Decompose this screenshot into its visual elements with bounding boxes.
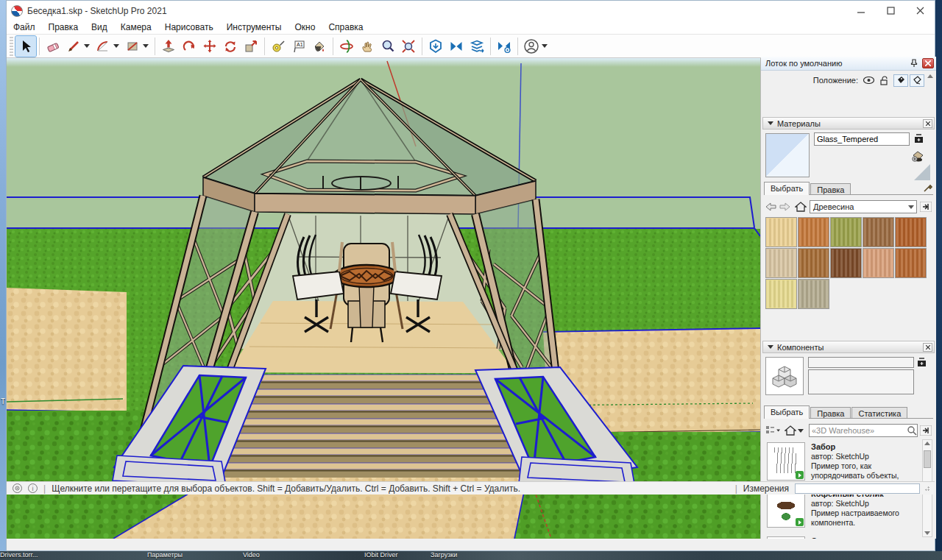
visible-toggle[interactable]: [861, 74, 876, 87]
select-tool-button[interactable]: [15, 36, 36, 57]
lock-toggle[interactable]: [877, 74, 892, 87]
component-list-item[interactable]: Окно: [765, 535, 920, 539]
details-arrow-icon[interactable]: [920, 425, 932, 436]
material-swatch[interactable]: [798, 248, 829, 278]
pan-tool-button[interactable]: [357, 36, 378, 57]
home-dropdown[interactable]: [798, 429, 804, 433]
resize-grip[interactable]: [924, 486, 930, 492]
rotate-tool-button[interactable]: [220, 36, 241, 57]
zoom-extents-tool-button[interactable]: [398, 36, 419, 57]
components-close-button[interactable]: [923, 343, 932, 352]
home-icon[interactable]: [785, 425, 796, 436]
eraser-tool-button[interactable]: [43, 36, 63, 57]
materials-header[interactable]: Материалы: [762, 117, 935, 130]
materials-close-button[interactable]: [923, 119, 932, 128]
desktop-icon-label[interactable]: Video: [243, 551, 260, 559]
viewport-3d-scene[interactable]: [7, 58, 760, 539]
component-thumbnail[interactable]: [767, 489, 805, 528]
titlebar[interactable]: Беседка1.skp - SketchUp Pro 2021: [7, 1, 935, 21]
tab-statistics[interactable]: Статистика: [851, 407, 907, 418]
tag-toggle-2[interactable]: [910, 74, 924, 87]
pin-icon[interactable]: [910, 59, 918, 68]
search-icon[interactable]: [907, 425, 917, 436]
material-preview[interactable]: [765, 133, 810, 177]
component-thumbnail[interactable]: [767, 442, 805, 481]
offset-tool-button[interactable]: [179, 36, 199, 57]
arc-tool-button[interactable]: [93, 36, 113, 57]
zoom-tool-button[interactable]: [378, 36, 398, 57]
tag-toggle-1[interactable]: [893, 74, 908, 87]
desktop-icon-label[interactable]: Загрузки: [431, 551, 457, 559]
geolocation-icon[interactable]: [13, 483, 22, 493]
toolbar-grip[interactable]: [10, 37, 13, 56]
material-swatch[interactable]: [863, 248, 894, 278]
scroll-down-arrow[interactable]: [924, 531, 930, 535]
menu-item[interactable]: Правка: [42, 21, 85, 34]
orbit-tool-button[interactable]: [336, 36, 357, 57]
maximize-button[interactable]: [876, 1, 905, 21]
shape-tool-button[interactable]: [122, 36, 143, 57]
component-search-box[interactable]: [809, 424, 918, 437]
material-swatch[interactable]: [895, 217, 927, 247]
menu-item[interactable]: Файл: [7, 21, 42, 34]
text-tool-button[interactable]: A1: [288, 36, 309, 57]
secondary-pane-icon[interactable]: [914, 133, 924, 143]
close-button[interactable]: [905, 1, 935, 21]
back-arrow-icon[interactable]: [765, 202, 776, 211]
material-swatch[interactable]: [830, 217, 862, 247]
sign-in-dropdown[interactable]: [542, 44, 548, 48]
tab-edit[interactable]: Правка: [810, 407, 851, 418]
tray-header[interactable]: Лоток по умолчанию: [761, 57, 936, 71]
component-search-input[interactable]: [810, 426, 907, 435]
line-tool-button[interactable]: [63, 36, 84, 57]
desktop-icon-label[interactable]: Параметры: [147, 551, 183, 559]
material-name-input[interactable]: [814, 132, 910, 146]
view-options-icon[interactable]: [765, 425, 782, 436]
share-model-button[interactable]: [467, 36, 487, 57]
tab-edit[interactable]: Правка: [810, 183, 851, 194]
secondary-pane-icon[interactable]: [917, 357, 927, 367]
menu-item[interactable]: Инструменты: [220, 21, 288, 34]
scrollbar-thumb[interactable]: [924, 450, 931, 468]
tab-select[interactable]: Выбрать: [764, 182, 810, 195]
tray-scroll-up[interactable]: [927, 74, 935, 82]
material-category-dropdown[interactable]: Древесина: [810, 200, 917, 213]
menu-item[interactable]: Нарисовать: [158, 21, 220, 34]
arc-tool-dropdown[interactable]: [113, 44, 119, 48]
component-thumbnail[interactable]: [767, 536, 805, 539]
extension-manager-button[interactable]: [494, 36, 514, 57]
line-tool-dropdown[interactable]: [84, 44, 90, 48]
component-list-item[interactable]: Забор автор: SketchUp Пример того, как у…: [765, 441, 920, 486]
desktop-icon-label[interactable]: Drivers.torr...: [0, 551, 38, 559]
menu-item[interactable]: Вид: [85, 21, 114, 34]
shape-tool-dropdown[interactable]: [143, 44, 149, 48]
home-icon[interactable]: [795, 202, 807, 212]
material-swatch[interactable]: [765, 279, 797, 309]
sign-in-button[interactable]: [521, 36, 542, 57]
create-material-icon[interactable]: [911, 149, 926, 163]
material-swatch[interactable]: [863, 217, 894, 247]
material-swatch[interactable]: [765, 248, 797, 278]
material-swatch[interactable]: [895, 248, 927, 278]
material-swatch[interactable]: [830, 248, 862, 278]
push-pull-tool-button[interactable]: [158, 36, 179, 57]
tray-close-button[interactable]: [922, 58, 934, 68]
menu-item[interactable]: Справка: [322, 21, 369, 34]
sample-paint-swatch[interactable]: [914, 164, 930, 180]
component-name-field[interactable]: [808, 357, 914, 368]
scroll-up-arrow[interactable]: [924, 442, 930, 445]
component-description-field[interactable]: [808, 369, 914, 394]
eyedropper-icon[interactable]: [923, 182, 933, 193]
sand-path-left[interactable]: [7, 288, 127, 412]
component-list-item[interactable]: Кофейный столик автор: SketchUp Пример н…: [765, 488, 920, 534]
measurements-input[interactable]: [795, 483, 920, 494]
component-preview[interactable]: [765, 357, 804, 395]
scale-tool-button[interactable]: [241, 36, 261, 57]
desktop-icon-label[interactable]: IObit Driver: [364, 551, 398, 559]
minimize-button[interactable]: [846, 1, 876, 21]
material-swatch[interactable]: [765, 217, 797, 247]
material-swatch[interactable]: [798, 279, 829, 309]
tape-measure-tool-button[interactable]: [268, 36, 288, 57]
details-arrow-icon[interactable]: [920, 202, 932, 212]
material-swatch[interactable]: [798, 217, 829, 247]
